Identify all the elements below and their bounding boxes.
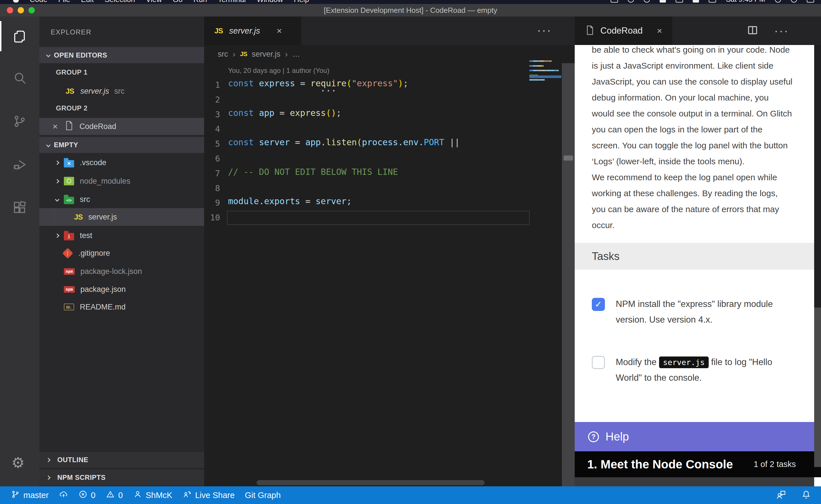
chevron-slot bbox=[52, 234, 62, 237]
status-bar: master00ShMcKLive ShareGit Graph bbox=[0, 486, 821, 504]
split-editor-icon[interactable] bbox=[747, 24, 758, 37]
tree-item--gitignore[interactable]: ⋮.gitignore bbox=[39, 244, 204, 262]
webview-scrollbar[interactable] bbox=[814, 45, 821, 486]
code-line-9[interactable]: module.exports = server; bbox=[228, 196, 352, 206]
help-button[interactable]: ? Help bbox=[575, 422, 814, 451]
code-line-3[interactable]: const app = express(); bbox=[228, 108, 341, 118]
open-editor-item-coderoad[interactable]: ×CodeRoad bbox=[39, 118, 204, 135]
control-center-icon[interactable] bbox=[807, 0, 814, 3]
error-circle-icon bbox=[78, 490, 87, 501]
code-token: () bbox=[326, 108, 336, 118]
code-token: const bbox=[228, 137, 259, 147]
status-item-cloud-upload[interactable] bbox=[54, 486, 73, 504]
code-token: process bbox=[362, 137, 398, 147]
close-tab-icon[interactable]: × bbox=[657, 26, 662, 35]
git-icon: ⋮ bbox=[62, 248, 73, 259]
display-status-icon[interactable] bbox=[610, 0, 618, 3]
explorer-icon[interactable] bbox=[12, 29, 27, 44]
shield-status-icon[interactable] bbox=[628, 0, 634, 3]
open-editor-item-server-js[interactable]: JSserver.jssrc bbox=[39, 83, 204, 100]
status-item-0[interactable]: 0 bbox=[73, 486, 101, 504]
menubar-clock[interactable]: Sat 9:45 PM bbox=[726, 0, 765, 3]
menu-item-view[interactable]: View bbox=[146, 0, 162, 4]
close-editor-icon[interactable]: × bbox=[52, 122, 58, 131]
code-line-7[interactable]: // -- DO NOT EDIT BELOW THIS LINE bbox=[228, 167, 398, 177]
open-editors-header[interactable]: OPEN EDITORS bbox=[39, 47, 204, 63]
settings-gear-icon[interactable]: ⚙ bbox=[11, 455, 25, 470]
panel-bottom-strip bbox=[575, 477, 814, 486]
source-control-icon[interactable] bbox=[12, 114, 27, 129]
tab-server-js[interactable]: JS server.js × bbox=[204, 17, 301, 45]
editor-more-actions-icon[interactable]: ··· bbox=[537, 17, 552, 45]
status-item-live-share[interactable]: Live Share bbox=[177, 486, 240, 504]
breadcrumb-item-…[interactable]: … bbox=[292, 50, 300, 59]
status-item-git-graph[interactable]: Git Graph bbox=[240, 486, 286, 504]
code-line-1[interactable]: const express = require("express"); bbox=[228, 78, 408, 88]
tree-item-package-json[interactable]: npmpackage.json bbox=[39, 280, 204, 298]
horizontal-scrollbar[interactable] bbox=[257, 480, 485, 485]
menu-item-go[interactable]: Go bbox=[173, 0, 183, 4]
bell-icon[interactable] bbox=[801, 489, 811, 501]
status-item-master[interactable]: master bbox=[6, 486, 54, 504]
task-checkbox-checked[interactable]: ✓ bbox=[592, 298, 605, 311]
tree-item-server-js[interactable]: JSserver.js bbox=[39, 208, 204, 226]
code-token: = bbox=[275, 108, 290, 118]
line-number: 5 bbox=[204, 139, 220, 149]
menu-item-selection[interactable]: Selection bbox=[105, 0, 135, 4]
siri-icon[interactable] bbox=[791, 0, 797, 3]
breadcrumb[interactable]: src›JSserver.js›… bbox=[204, 45, 562, 63]
code-token: // -- DO NOT EDIT BELOW THIS LINE bbox=[228, 167, 398, 177]
menu-item-terminal[interactable]: Terminal bbox=[218, 0, 246, 4]
menu-item-help[interactable]: Help bbox=[294, 0, 309, 4]
status-item-0[interactable]: 0 bbox=[101, 486, 128, 504]
outline-label: OUTLINE bbox=[57, 456, 88, 464]
lesson-footer[interactable]: 1. Meet the Node Console 1 of 2 tasks bbox=[575, 451, 814, 477]
spotlight-icon[interactable] bbox=[775, 0, 781, 3]
menu-item-window[interactable]: Window bbox=[257, 0, 283, 4]
tree-item-node_modules[interactable]: node_modules bbox=[39, 172, 204, 190]
feedback-icon[interactable] bbox=[776, 489, 786, 501]
tree-item-label: .gitignore bbox=[78, 249, 110, 258]
run-debug-icon[interactable] bbox=[12, 157, 27, 172]
menu-item-run[interactable]: Run bbox=[193, 0, 207, 4]
location-status-icon[interactable] bbox=[644, 0, 650, 3]
tree-item-src[interactable]: </>src bbox=[39, 190, 204, 208]
battery-status-icon[interactable] bbox=[709, 0, 716, 3]
codelens-blame[interactable]: You, 20 days ago | 1 author (You) bbox=[228, 67, 329, 75]
code-token: ; bbox=[403, 78, 408, 88]
tree-item--vscode[interactable]: ✕.vscode bbox=[39, 154, 204, 171]
tab-coderoad[interactable]: CodeRoad × bbox=[575, 17, 672, 45]
breadcrumb-item-server.js[interactable]: server.js bbox=[252, 50, 281, 59]
divider-scroll-thumb[interactable] bbox=[563, 155, 573, 161]
panel-more-actions-icon[interactable]: ··· bbox=[774, 24, 789, 37]
folder-section-header[interactable]: EMPTY bbox=[39, 137, 204, 153]
tree-item-test[interactable]: test bbox=[39, 227, 204, 244]
panel-divider[interactable] bbox=[562, 17, 575, 486]
line-number: 7 bbox=[204, 169, 220, 178]
airplay-status-icon[interactable] bbox=[660, 0, 666, 3]
code-token: listen bbox=[326, 137, 357, 147]
volume-status-icon[interactable] bbox=[693, 0, 699, 3]
code-token: app bbox=[305, 137, 321, 147]
js-file-icon: JS bbox=[66, 87, 74, 96]
webview-scroll-thumb[interactable] bbox=[814, 308, 821, 467]
tree-item-package-lock-json[interactable]: npmpackage-lock.json bbox=[39, 263, 204, 280]
tree-item-readme-md[interactable]: M↓README.md bbox=[39, 298, 204, 316]
code-line-5[interactable]: const server = app.listen(process.env.PO… bbox=[228, 137, 460, 147]
menu-item-code[interactable]: Code bbox=[30, 0, 47, 4]
lesson-text-line: you can open the logs in the lower part … bbox=[592, 122, 811, 138]
menu-item-edit[interactable]: Edit bbox=[81, 0, 94, 4]
outline-section-header[interactable]: OUTLINE bbox=[39, 452, 204, 468]
mic-status-icon[interactable] bbox=[676, 0, 683, 3]
code-token: ) bbox=[398, 78, 403, 88]
breadcrumb-item-src[interactable]: src bbox=[218, 50, 228, 59]
menu-item-file[interactable]: File bbox=[58, 0, 70, 4]
search-icon[interactable] bbox=[12, 71, 27, 86]
npm-scripts-section-header[interactable]: NPM SCRIPTS bbox=[39, 470, 204, 485]
status-item-shmck[interactable]: ShMcK bbox=[128, 486, 177, 504]
task-checkbox-unchecked[interactable] bbox=[592, 356, 605, 369]
extensions-icon[interactable] bbox=[12, 200, 27, 215]
close-tab-icon[interactable]: × bbox=[277, 26, 282, 35]
apple-menu-icon[interactable] bbox=[13, 0, 19, 3]
folder-name-label: EMPTY bbox=[54, 141, 78, 149]
